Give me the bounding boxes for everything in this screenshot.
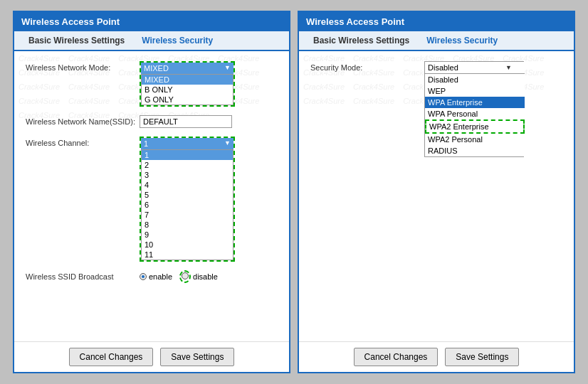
left-save-button[interactable]: Save Settings [160, 348, 234, 366]
ssid-broadcast-control: enable disable [140, 270, 278, 283]
channel-option-5[interactable]: 5 [142, 190, 233, 200]
security-mode-header[interactable]: Disabled ▼ [425, 62, 525, 74]
ssid-disable-radio-wrapper [179, 270, 191, 283]
tab-basic-wireless-left[interactable]: Basic Wireless Settings [21, 31, 132, 50]
channel-list: 1 2 3 4 5 6 7 8 9 10 11 [141, 149, 233, 260]
ssid-broadcast-row: Wireless SSID Broadcast enable disable [26, 270, 278, 283]
ssid-disable-label[interactable]: disable [179, 270, 218, 283]
left-panel: Wireless Access Point Basic Wireless Set… [13, 11, 290, 373]
ssid-radio-group: enable disable [140, 270, 278, 283]
tab-wireless-security-right[interactable]: Wireless Security [419, 31, 505, 51]
channel-option-7[interactable]: 7 [142, 210, 233, 220]
channel-dropdown[interactable]: 1 1 2 3 4 5 6 7 8 9 10 11 [140, 137, 235, 262]
right-panel: Wireless Access Point Basic Wireless Set… [298, 11, 575, 373]
channel-option-8[interactable]: 8 [142, 220, 233, 230]
channel-option-11[interactable]: 11 [142, 250, 233, 260]
security-option-wep[interactable]: WEP [425, 85, 525, 97]
channel-option-10[interactable]: 10 [142, 240, 233, 250]
right-cancel-button[interactable]: Cancel Changes [354, 348, 439, 366]
network-mode-option-mixed[interactable]: MIXED [142, 75, 233, 85]
security-option-wpa2-enterprise[interactable]: WPA2 Enterprise [425, 119, 525, 134]
left-panel-header: Wireless Access Point [14, 12, 289, 31]
channel-option-4[interactable]: 4 [142, 180, 233, 190]
security-option-wpa-enterprise[interactable]: WPA Enterprise [425, 97, 525, 108]
ssid-enable-radio[interactable] [140, 273, 147, 280]
channel-option-9[interactable]: 9 [142, 230, 233, 240]
left-cancel-button[interactable]: Cancel Changes [69, 348, 154, 366]
security-options-list: Disabled WEP WPA Enterprise WPA Personal… [425, 74, 525, 156]
security-option-disabled[interactable]: Disabled [425, 74, 525, 85]
network-mode-row: Wireless Network Mode: MIXED MIXED B ONL… [26, 61, 278, 107]
network-mode-dropdown[interactable]: MIXED MIXED B ONLY G ONLY [140, 61, 235, 107]
network-mode-selected[interactable]: MIXED [141, 63, 233, 74]
right-panel-header: Wireless Access Point [299, 12, 574, 31]
security-option-wpa2-personal[interactable]: WPA2 Personal [425, 134, 525, 145]
network-name-input[interactable] [140, 115, 232, 128]
tab-wireless-security-left[interactable]: Wireless Security [135, 31, 220, 51]
network-mode-option-g[interactable]: G ONLY [142, 95, 233, 105]
channel-row: Wireless Channel: 1 1 2 3 4 5 6 7 8 9 10 [26, 137, 278, 262]
network-mode-label: Wireless Network Mode: [26, 61, 140, 72]
network-name-label: Wireless Network Name(SSID): [26, 115, 140, 126]
left-tab-bar: Basic Wireless Settings Wireless Securit… [14, 31, 289, 51]
channel-option-2[interactable]: 2 [142, 160, 233, 170]
ssid-broadcast-label: Wireless SSID Broadcast [26, 270, 140, 281]
right-panel-body: Crack4SureCrack4SureCrack4Sure Crack4Sur… [299, 51, 574, 341]
channel-selected[interactable]: 1 [141, 138, 233, 149]
right-panel-footer: Cancel Changes Save Settings [299, 341, 574, 372]
security-mode-label: Security Mode: [310, 61, 424, 72]
security-mode-row: Security Mode: Disabled ▼ Disabled WEP W… [310, 61, 562, 157]
left-panel-body: Crack4SureCrack4SureCrack4Sure Crack4Sur… [14, 51, 289, 341]
network-mode-control: MIXED MIXED B ONLY G ONLY [140, 61, 278, 107]
security-option-radius[interactable]: RADIUS [425, 145, 525, 156]
channel-option-6[interactable]: 6 [142, 200, 233, 210]
ssid-disable-radio[interactable] [182, 272, 189, 279]
channel-label: Wireless Channel: [26, 137, 140, 147]
network-mode-option-b[interactable]: B ONLY [142, 85, 233, 95]
network-name-row: Wireless Network Name(SSID): [26, 115, 278, 128]
right-tab-bar: Basic Wireless Settings Wireless Securit… [299, 31, 574, 51]
dropdown-arrow-icon: ▼ [505, 64, 512, 71]
left-panel-footer: Cancel Changes Save Settings [14, 341, 289, 372]
network-name-control [140, 115, 278, 128]
channel-option-1[interactable]: 1 [142, 150, 233, 160]
tab-basic-wireless-right[interactable]: Basic Wireless Settings [306, 31, 416, 50]
network-mode-list: MIXED B ONLY G ONLY [141, 74, 233, 105]
security-mode-selected-text: Disabled [428, 63, 458, 72]
security-mode-dropdown[interactable]: Disabled ▼ Disabled WEP WPA Enterprise W… [424, 61, 524, 157]
channel-control: 1 1 2 3 4 5 6 7 8 9 10 11 [140, 137, 278, 262]
security-option-wpa-personal[interactable]: WPA Personal [425, 108, 525, 119]
right-save-button[interactable]: Save Settings [445, 348, 519, 366]
channel-option-3[interactable]: 3 [142, 170, 233, 180]
security-mode-control: Disabled ▼ Disabled WEP WPA Enterprise W… [424, 61, 562, 157]
ssid-disable-text: disable [193, 272, 218, 281]
ssid-enable-label[interactable]: enable [140, 272, 172, 281]
ssid-enable-text: enable [149, 272, 172, 281]
